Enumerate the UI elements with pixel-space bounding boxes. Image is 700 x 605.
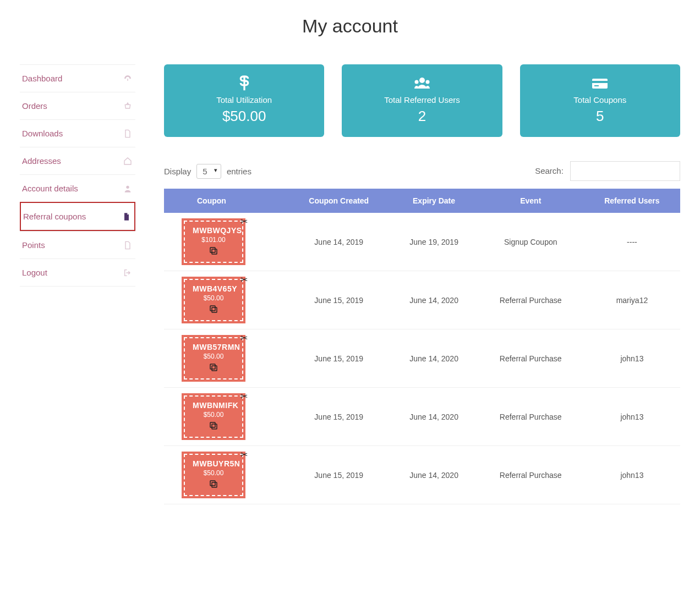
sidebar-item-label: Addresses [22, 156, 61, 166]
svg-rect-7 [212, 249, 217, 254]
coupon-code: MWB57RMN [193, 343, 234, 351]
basket-icon [123, 102, 132, 111]
sidebar-item-label: Account details [22, 184, 78, 193]
main-content: Total Utilization $50.00 Total Referred … [164, 64, 680, 504]
coupon-tag: ✂ MWBNMIFK $50.00 [184, 395, 243, 438]
table-row: ✂ MWBUYR5N $50.00 June 15, 2019 June 14,… [164, 446, 680, 504]
stat-total-coupons: Total Coupons 5 [520, 64, 680, 137]
display-label-pre: Display [164, 167, 191, 176]
table-row: ✂ MWBWQJYS $101.00 June 14, 2019 June 19… [164, 213, 680, 271]
svg-rect-9 [212, 307, 217, 312]
svg-point-2 [414, 80, 418, 84]
th-event[interactable]: Event [478, 189, 584, 213]
scissors-icon: ✂ [240, 333, 248, 343]
cell-created: June 15, 2019 [287, 329, 390, 388]
coupon-amount: $50.00 [193, 411, 234, 419]
dollar-icon [169, 74, 319, 92]
th-expiry[interactable]: Expiry Date [390, 189, 477, 213]
search-wrap: Search: [535, 161, 680, 181]
copy-icon[interactable] [193, 246, 234, 257]
cell-expiry: June 14, 2020 [390, 271, 477, 329]
file-icon [123, 241, 132, 250]
coupon-tag: ✂ MWBWQJYS $101.00 [184, 221, 243, 263]
cell-event: Referral Purchase [478, 388, 584, 446]
stats-row: Total Utilization $50.00 Total Referred … [164, 64, 680, 137]
sidebar-item-label: Downloads [22, 129, 63, 138]
coupon-amount: $50.00 [193, 353, 234, 360]
stat-value: 2 [347, 108, 496, 125]
copy-icon[interactable] [193, 421, 234, 432]
sidebar-item-label: Logout [22, 268, 47, 277]
account-sidebar: Dashboard Orders Downloads Addresses Acc… [20, 64, 135, 504]
coupon-tag: ✂ MWB4V65Y $50.00 [184, 279, 243, 321]
stat-total-utilization: Total Utilization $50.00 [164, 64, 324, 137]
file-icon [123, 129, 132, 138]
sidebar-item-downloads[interactable]: Downloads [20, 119, 135, 147]
sidebar-item-dashboard[interactable]: Dashboard [20, 64, 135, 92]
svg-rect-14 [210, 422, 215, 427]
sidebar-item-label: Points [22, 240, 45, 250]
sidebar-item-orders[interactable]: Orders [20, 92, 135, 119]
doc-icon [122, 212, 131, 221]
svg-rect-6 [594, 85, 599, 86]
cell-expiry: June 14, 2020 [390, 329, 477, 388]
page-title: My account [0, 0, 700, 64]
cell-user: john13 [584, 329, 680, 388]
cell-event: Referral Purchase [478, 271, 584, 329]
cell-user: john13 [584, 446, 680, 504]
entries-select[interactable]: 5 [196, 164, 221, 179]
coupon-code: MWBUYR5N [193, 459, 234, 468]
svg-point-0 [126, 185, 129, 188]
card-icon [526, 74, 675, 92]
sidebar-item-label: Referral coupons [23, 212, 86, 221]
stat-value: 5 [526, 108, 675, 125]
cell-event: Referral Purchase [478, 329, 584, 388]
stat-label: Total Coupons [526, 95, 675, 105]
coupon-tag: ✂ MWBUYR5N $50.00 [184, 454, 243, 496]
scissors-icon: ✂ [240, 216, 248, 227]
cell-created: June 15, 2019 [287, 446, 390, 504]
sidebar-item-points[interactable]: Points [20, 231, 135, 258]
coupon-amount: $50.00 [193, 294, 234, 302]
coupon-code: MWBWQJYS [193, 226, 234, 235]
th-referred[interactable]: Referred Users [584, 189, 680, 213]
svg-rect-10 [210, 306, 215, 311]
dashboard-icon [123, 74, 132, 83]
table-row: ✂ MWB57RMN $50.00 June 15, 2019 June 14,… [164, 329, 680, 388]
svg-rect-11 [212, 366, 217, 371]
svg-rect-8 [210, 248, 215, 252]
scissors-icon: ✂ [240, 274, 248, 285]
cell-created: June 14, 2019 [287, 213, 390, 271]
home-icon [123, 157, 132, 166]
copy-icon[interactable] [193, 479, 234, 491]
sidebar-item-label: Orders [22, 101, 47, 111]
scissors-icon: ✂ [240, 449, 248, 460]
display-entries: Display 5 entries [164, 164, 251, 179]
copy-icon[interactable] [193, 304, 234, 316]
users-icon [347, 74, 496, 92]
scissors-icon: ✂ [240, 391, 248, 402]
th-created[interactable]: Coupon Created [287, 189, 390, 213]
svg-rect-12 [210, 364, 215, 369]
copy-icon[interactable] [193, 362, 234, 374]
search-input[interactable] [570, 161, 680, 181]
table-row: ✂ MWB4V65Y $50.00 June 15, 2019 June 14,… [164, 271, 680, 329]
stat-label: Total Referred Users [347, 95, 496, 105]
table-controls: Display 5 entries Search: [164, 161, 680, 181]
cell-user: john13 [584, 388, 680, 446]
table-row: ✂ MWBNMIFK $50.00 June 15, 2019 June 14,… [164, 388, 680, 446]
entries-value: 5 [203, 167, 207, 176]
coupon-amount: $101.00 [193, 236, 234, 244]
sidebar-item-referral-coupons[interactable]: Referral coupons [20, 202, 135, 231]
sidebar-item-addresses[interactable]: Addresses [20, 147, 135, 174]
svg-rect-5 [592, 81, 608, 83]
coupon-amount: $50.00 [193, 469, 234, 477]
signout-icon [123, 268, 132, 277]
sidebar-item-account-details[interactable]: Account details [20, 174, 135, 202]
coupon-tag: ✂ MWB57RMN $50.00 [184, 337, 243, 380]
th-coupon[interactable]: Coupon [164, 189, 287, 213]
stat-referred-users: Total Referred Users 2 [342, 64, 502, 137]
sidebar-item-logout[interactable]: Logout [20, 258, 135, 287]
cell-event: Referral Purchase [478, 446, 584, 504]
cell-expiry: June 14, 2020 [390, 388, 477, 446]
